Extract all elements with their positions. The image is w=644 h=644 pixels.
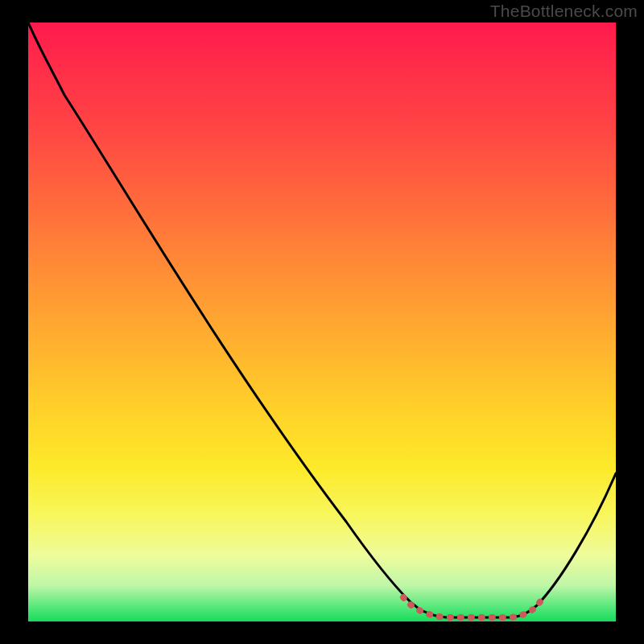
bottleneck-curve: [28, 23, 616, 617]
watermark-text: TheBottleneck.com: [490, 2, 638, 21]
curve-layer: [28, 23, 616, 621]
plot-area: [28, 23, 616, 621]
minimum-band-marker: [403, 597, 543, 617]
chart-frame: TheBottleneck.com: [0, 0, 644, 644]
